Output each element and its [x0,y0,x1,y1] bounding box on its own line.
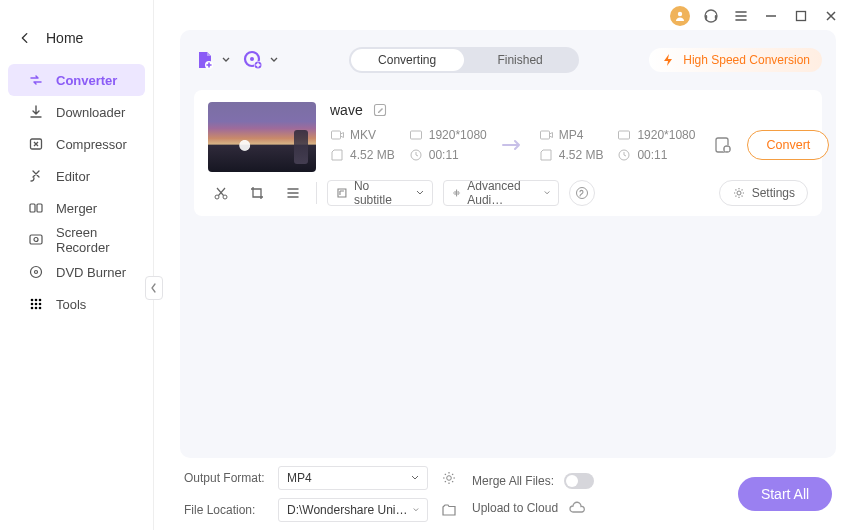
sidebar-item-label: DVD Burner [56,265,126,280]
svg-rect-28 [410,131,421,139]
home-row[interactable]: Home [0,24,153,64]
tab-label: Finished [497,53,542,67]
file-size-icon [539,148,553,162]
screen-recorder-icon [28,232,44,248]
settings-label: Settings [752,186,795,200]
audio-dropdown[interactable]: Advanced Audi… [443,180,559,206]
file-settings-button[interactable]: Settings [719,180,808,206]
window-titlebar [154,0,850,28]
trim-button[interactable] [208,180,234,206]
duration-icon [409,148,423,162]
chevron-down-icon [416,189,424,197]
merger-icon [28,200,44,216]
convert-button[interactable]: Convert [747,130,829,160]
file-location-select[interactable]: D:\Wondershare UniConverter 1 [278,498,428,522]
download-icon [28,104,44,120]
sidebar-item-compressor[interactable]: Compressor [8,128,145,160]
editor-icon [28,168,44,184]
sidebar-item-merger[interactable]: Merger [8,192,145,224]
duration-icon [617,148,631,162]
output-format-label: Output Format: [184,471,268,485]
sidebar-item-converter[interactable]: Converter [8,64,145,96]
merge-toggle[interactable] [564,473,594,489]
tools-icon [28,296,44,312]
bottom-bar: Output Format: MP4 File Location: D:\Won… [154,458,850,530]
dst-format: MP4 [559,128,584,142]
svg-rect-20 [797,12,806,21]
back-icon [18,31,32,45]
video-thumbnail[interactable] [208,102,316,172]
main: Converting Finished High Speed Conversio… [154,0,850,530]
svg-point-15 [39,307,42,310]
sidebar-item-label: Compressor [56,137,127,152]
resolution-icon [409,128,423,142]
svg-rect-2 [37,204,42,212]
file-size-icon [330,148,344,162]
svg-point-39 [737,191,741,195]
add-file-button[interactable] [194,49,230,71]
start-all-button[interactable]: Start All [738,477,832,511]
effects-button[interactable] [280,180,306,206]
svg-rect-31 [619,131,630,139]
video-format-icon [330,128,344,142]
tab-converting[interactable]: Converting [351,49,464,71]
sidebar-item-label: Screen Recorder [56,225,145,255]
nav-list: Converter Downloader Compressor Editor M… [0,64,153,320]
sidebar-item-screen-recorder[interactable]: Screen Recorder [8,224,145,256]
output-format-settings-icon[interactable] [438,467,460,489]
svg-point-23 [250,57,254,61]
support-icon[interactable] [702,7,720,25]
crop-button[interactable] [244,180,270,206]
svg-point-37 [223,195,227,199]
home-label: Home [46,30,83,46]
dvd-burner-icon [28,264,44,280]
menu-icon[interactable] [732,7,750,25]
convert-icon [28,72,44,88]
high-speed-conversion-button[interactable]: High Speed Conversion [649,48,822,72]
svg-rect-27 [332,131,341,139]
output-format-select[interactable]: MP4 [278,466,428,490]
avatar[interactable] [670,6,690,26]
output-format-value: MP4 [287,471,312,485]
info-button[interactable] [569,180,595,206]
output-settings-icon[interactable] [709,131,737,159]
chevron-down-icon [411,474,419,482]
lightning-icon [661,53,675,67]
sidebar-collapse-handle[interactable] [145,276,163,300]
file-location-label: File Location: [184,503,268,517]
sidebar-item-dvd-burner[interactable]: DVD Burner [8,256,145,288]
minimize-button[interactable] [762,7,780,25]
sidebar-item-label: Editor [56,169,90,184]
svg-point-9 [39,299,42,302]
sidebar-item-label: Downloader [56,105,125,120]
file-location-value: D:\Wondershare UniConverter 1 [287,503,413,517]
sidebar-item-label: Converter [56,73,117,88]
svg-point-16 [678,12,682,16]
svg-point-36 [215,195,219,199]
edit-name-icon[interactable] [373,103,387,117]
maximize-button[interactable] [792,7,810,25]
sidebar-item-editor[interactable]: Editor [8,160,145,192]
src-res: 1920*1080 [429,128,487,142]
svg-rect-3 [30,235,42,244]
subtitle-icon [336,187,348,199]
close-button[interactable] [822,7,840,25]
cloud-icon[interactable] [568,501,586,515]
subtitle-dropdown[interactable]: No subtitle [327,180,433,206]
chevron-down-icon [270,56,278,64]
file-card: wave MKV 4.52 MB 1920*1080 00:11 [194,90,822,216]
src-format: MKV [350,128,376,142]
svg-point-12 [39,303,42,306]
divider [316,182,317,204]
svg-rect-18 [705,15,707,19]
add-from-device-button[interactable] [242,49,278,71]
resolution-icon [617,128,631,142]
tab-finished[interactable]: Finished [464,49,577,71]
compress-icon [28,136,44,152]
sidebar-item-tools[interactable]: Tools [8,288,145,320]
chevron-down-icon [222,56,230,64]
sidebar-item-downloader[interactable]: Downloader [8,96,145,128]
open-folder-icon[interactable] [438,499,460,521]
gear-icon [732,186,746,200]
svg-point-40 [447,476,452,481]
